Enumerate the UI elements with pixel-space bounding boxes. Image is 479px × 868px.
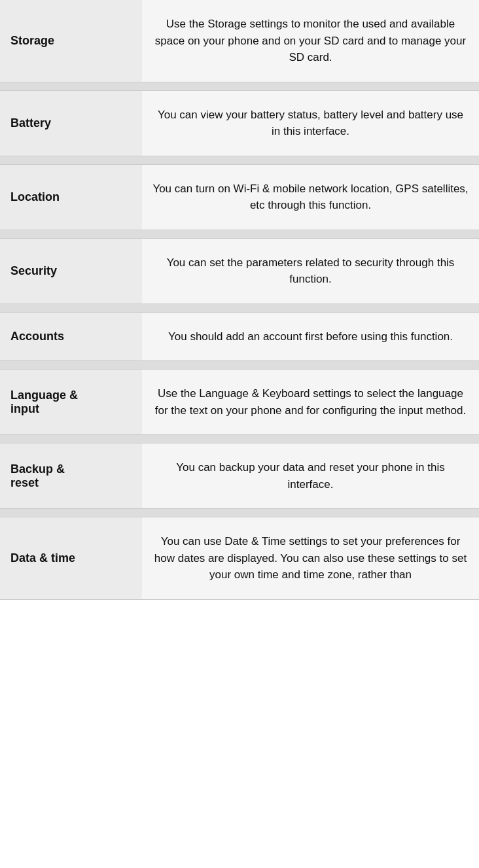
label-datetime: Data & time (0, 517, 142, 600)
label-backup: Backup & reset (0, 443, 142, 509)
divider-4 (0, 361, 479, 370)
divider-5 (0, 435, 479, 443)
label-storage: Storage (0, 0, 142, 82)
settings-row-backup[interactable]: Backup & resetYou can backup your data a… (0, 443, 479, 509)
description-security: You can set the parameters related to se… (142, 238, 479, 304)
settings-row-accounts[interactable]: AccountsYou should add an account first … (0, 312, 479, 361)
settings-row-storage[interactable]: StorageUse the Storage settings to monit… (0, 0, 479, 82)
divider-2 (0, 230, 479, 238)
label-language: Language & input (0, 370, 142, 435)
settings-row-security[interactable]: SecurityYou can set the parameters relat… (0, 238, 479, 304)
settings-table: StorageUse the Storage settings to monit… (0, 0, 479, 600)
label-location: Location (0, 164, 142, 230)
divider-3 (0, 304, 479, 312)
description-accounts: You should add an account first before u… (142, 312, 479, 361)
settings-row-language[interactable]: Language & inputUse the Language & Keybo… (0, 370, 479, 435)
description-location: You can turn on Wi-Fi & mobile network l… (142, 164, 479, 230)
divider-1 (0, 156, 479, 164)
settings-row-battery[interactable]: BatteryYou can view your battery status,… (0, 90, 479, 156)
description-language: Use the Language & Keyboard settings to … (142, 370, 479, 435)
description-storage: Use the Storage settings to monitor the … (142, 0, 479, 82)
divider-6 (0, 509, 479, 517)
label-battery: Battery (0, 90, 142, 156)
divider-0 (0, 82, 479, 90)
label-security: Security (0, 238, 142, 304)
settings-row-location[interactable]: LocationYou can turn on Wi-Fi & mobile n… (0, 164, 479, 230)
label-accounts: Accounts (0, 312, 142, 361)
settings-row-datetime[interactable]: Data & timeYou can use Date & Time setti… (0, 517, 479, 600)
description-datetime: You can use Date & Time settings to set … (142, 517, 479, 600)
description-battery: You can view your battery status, batter… (142, 90, 479, 156)
description-backup: You can backup your data and reset your … (142, 443, 479, 509)
